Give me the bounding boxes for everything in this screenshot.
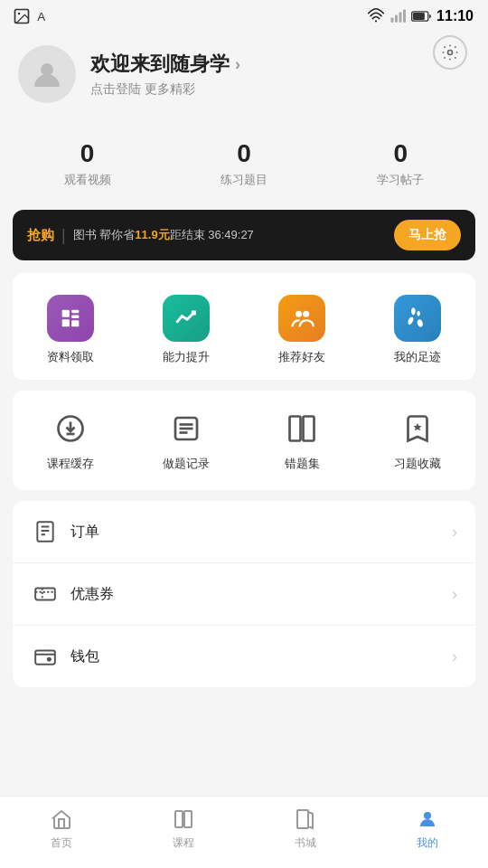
home-icon (51, 808, 72, 830)
banner-buy-button[interactable]: 马上抢 (394, 220, 461, 250)
coupons-label: 优惠券 (70, 585, 452, 604)
mine-nav-icon (415, 807, 440, 832)
home-nav-label: 首页 (51, 835, 72, 851)
quick-icon-footprint[interactable]: 我的足迹 (360, 288, 475, 373)
bottom-nav: 首页 课程 书城 我的 (0, 796, 488, 868)
coupon-icon (33, 582, 57, 606)
records-icon (166, 409, 206, 448)
svg-point-10 (448, 51, 453, 55)
records-label: 做题记录 (163, 456, 210, 472)
mine-icon (417, 808, 438, 830)
user-info-row[interactable]: 欢迎来到随身学 › 点击登陆 更多精彩 (18, 45, 470, 103)
svg-point-32 (48, 658, 51, 661)
wallet-icon (31, 642, 60, 671)
download-circle-icon (54, 412, 87, 445)
receipt-icon (33, 520, 57, 543)
welcome-chevron: › (235, 55, 240, 74)
svg-rect-25 (304, 417, 314, 441)
ability-label: 能力提升 (163, 349, 210, 365)
menu-item-wallet[interactable]: 钱包 › (13, 626, 475, 687)
wifi-icon (368, 8, 384, 24)
footprint-icon (405, 306, 430, 331)
settings-button[interactable] (430, 33, 470, 72)
course-nav-icon (171, 807, 196, 832)
status-bar: A 11:10 (0, 0, 488, 33)
tool-cache[interactable]: 课程缓存 (13, 398, 128, 483)
stat-label-videos: 观看视频 (64, 172, 111, 188)
svg-rect-16 (71, 320, 79, 326)
user-text: 欢迎来到随身学 › 点击登陆 更多精彩 (90, 51, 240, 98)
gear-icon (441, 43, 459, 61)
quick-icon-materials[interactable]: 资料领取 (13, 288, 128, 373)
banner-divider: | (61, 226, 66, 245)
orders-icon (31, 517, 60, 546)
wallet-label: 钱包 (70, 647, 452, 666)
signal-icon (389, 8, 406, 24)
tools-grid: 课程缓存 做题记录 错题集 习题收藏 (13, 391, 475, 490)
materials-icon (58, 306, 83, 331)
svg-point-18 (303, 311, 309, 317)
svg-point-11 (41, 63, 53, 76)
svg-rect-30 (35, 589, 55, 600)
nav-mine[interactable]: 我的 (366, 807, 488, 858)
nav-books[interactable]: 书城 (244, 807, 366, 858)
svg-rect-31 (35, 651, 55, 665)
stat-label-posts: 学习帖子 (377, 172, 424, 188)
nav-home[interactable]: 首页 (0, 807, 122, 858)
course-icon (173, 808, 194, 830)
stat-num-videos: 0 (80, 139, 95, 168)
mistakes-icon (282, 409, 322, 448)
wallet-chevron: › (452, 647, 457, 666)
banner-text-before: 图书 帮你省 (73, 228, 136, 241)
banner-tag: 抢购 (27, 227, 54, 244)
quick-icon-refer[interactable]: 推荐好友 (244, 288, 360, 373)
promo-banner[interactable]: 抢购 | 图书 帮你省11.9元距结束 36:49:27 马上抢 (13, 210, 475, 260)
banner-price: 11.9元 (135, 228, 169, 241)
coupons-chevron: › (452, 585, 457, 604)
svg-rect-26 (37, 522, 52, 542)
svg-rect-12 (62, 310, 70, 317)
tool-mistakes[interactable]: 错题集 (244, 398, 360, 483)
banner-description: 图书 帮你省11.9元距结束 36:49:27 (73, 227, 254, 243)
tool-records[interactable]: 做题记录 (128, 398, 244, 483)
tool-favorites[interactable]: 习题收藏 (360, 398, 475, 483)
orders-chevron: › (452, 523, 457, 542)
refer-label: 推荐好友 (278, 349, 325, 365)
ability-icon-box (163, 295, 210, 342)
font-icon: A (34, 7, 52, 25)
status-time: 11:10 (436, 8, 474, 24)
menu-item-orders[interactable]: 订单 › (13, 501, 475, 563)
svg-rect-35 (297, 810, 308, 828)
course-nav-label: 课程 (173, 835, 194, 851)
svg-rect-24 (290, 417, 301, 441)
photo-icon (13, 7, 31, 25)
stats-row: 0 观看视频 0 练习题目 0 学习帖子 (0, 121, 488, 197)
stat-videos: 0 观看视频 (64, 139, 111, 188)
svg-rect-15 (71, 316, 79, 319)
materials-label: 资料领取 (47, 349, 94, 365)
coupons-icon (31, 580, 60, 609)
refer-icon (289, 306, 314, 331)
footprint-icon-box (394, 295, 441, 342)
refer-icon-box (278, 295, 325, 342)
home-nav-icon (49, 807, 74, 832)
list-icon (170, 412, 202, 445)
stat-num-posts: 0 (394, 139, 408, 168)
quick-icon-ability[interactable]: 能力提升 (128, 288, 244, 373)
svg-rect-14 (71, 310, 79, 314)
cache-label: 课程缓存 (47, 456, 94, 472)
ability-icon (174, 306, 199, 331)
quick-icons-grid: 资料领取 能力提升 推荐好友 我的足迹 (13, 273, 475, 380)
cache-icon (51, 409, 90, 448)
svg-rect-34 (184, 811, 192, 827)
nav-course[interactable]: 课程 (122, 807, 244, 858)
svg-point-17 (296, 311, 302, 317)
svg-rect-13 (62, 319, 70, 326)
svg-point-1 (18, 13, 20, 14)
svg-point-36 (424, 812, 431, 819)
svg-rect-7 (403, 10, 406, 23)
orders-label: 订单 (70, 523, 452, 542)
menu-item-coupons[interactable]: 优惠券 › (13, 563, 475, 626)
banner-left: 抢购 | 图书 帮你省11.9元距结束 36:49:27 (27, 226, 254, 245)
stat-posts: 0 学习帖子 (377, 139, 424, 188)
